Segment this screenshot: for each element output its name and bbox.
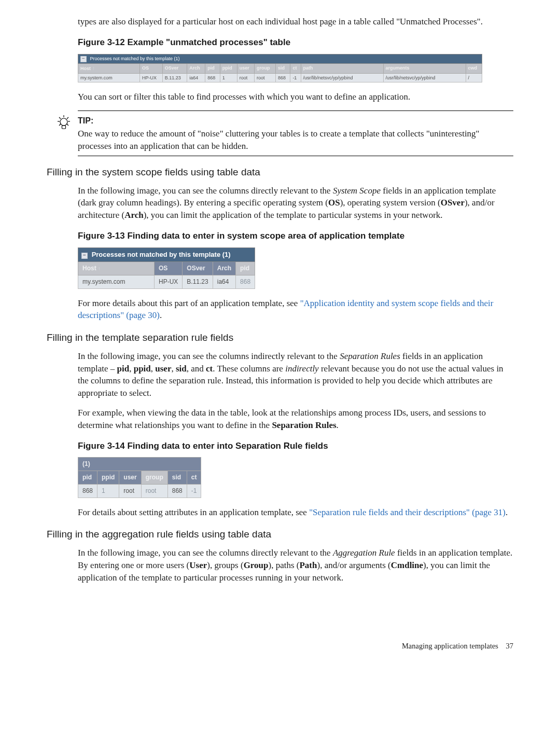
- table-header-row: pid ppid user group sid ct: [78, 471, 201, 485]
- col-ct[interactable]: ct: [290, 63, 301, 73]
- tip-label: TIP:: [78, 115, 513, 127]
- scope-link-paragraph: For more details about this part of an a…: [78, 297, 513, 322]
- svg-line-6: [67, 117, 68, 119]
- table-title-text: Processes not matched by this template (…: [92, 251, 231, 258]
- svg-line-8: [67, 124, 68, 126]
- col-host[interactable]: Host↑: [78, 261, 155, 275]
- svg-line-7: [59, 124, 61, 126]
- col-group[interactable]: group: [255, 63, 276, 73]
- heading-separation: Filling in the template separation rule …: [47, 331, 513, 345]
- table-super-header: (1): [78, 458, 201, 471]
- col-arguments[interactable]: arguments: [383, 63, 466, 73]
- page-footer: Managing application templates 37: [47, 641, 513, 651]
- aggregation-paragraph: In the following image, you can see the …: [78, 547, 513, 584]
- table-title-text: Processes not matched by this template (…: [90, 56, 180, 61]
- col-path[interactable]: path: [301, 63, 383, 73]
- col-user[interactable]: user: [237, 63, 254, 73]
- figure-3-14-title: Figure 3-14 Finding data to enter into S…: [78, 440, 513, 452]
- svg-line-5: [59, 117, 61, 119]
- figure-3-12-table: − Processes not matched by this template…: [78, 54, 482, 83]
- separation-link[interactable]: "Separation rule fields and their descri…: [309, 507, 506, 517]
- system-scope-paragraph: In the following image, you can see the …: [78, 185, 513, 222]
- table-header-row: Host↑ OS OSver Arch pid: [78, 261, 255, 275]
- table-row: my.system.com HP-UX B.11.23 ia64 868: [78, 275, 255, 288]
- lightbulb-icon: [55, 114, 73, 132]
- svg-rect-1: [62, 126, 66, 129]
- separation-paragraph-2: For example, when viewing the data in th…: [78, 407, 513, 432]
- col-arch[interactable]: Arch: [187, 63, 205, 73]
- col-ppid[interactable]: ppid: [220, 63, 237, 73]
- figure-3-14-table: (1) pid ppid user group sid ct 868 1 roo…: [78, 457, 201, 498]
- tip-body: One way to reduce the amount of "noise" …: [78, 128, 513, 153]
- col-os[interactable]: OS: [155, 261, 183, 275]
- col-osver[interactable]: OSver: [162, 63, 187, 73]
- table-row: 868 1 root root 868 -1: [78, 484, 201, 498]
- page-number: 37: [506, 642, 514, 650]
- tip-block: TIP: One way to reduce the amount of "no…: [78, 110, 513, 156]
- col-cwd[interactable]: cwd: [466, 63, 482, 73]
- intro-paragraph: types are also displayed for a particula…: [78, 16, 513, 28]
- col-group[interactable]: group: [141, 471, 167, 485]
- table-row: my.system.com HP-UX B.11.23 ia64 868 1 r…: [78, 73, 482, 82]
- svg-point-0: [60, 118, 67, 126]
- col-sid[interactable]: sid: [167, 471, 187, 485]
- heading-aggregation: Filling in the aggregation rule fields u…: [47, 528, 513, 542]
- col-osver[interactable]: OSver: [183, 261, 213, 275]
- col-user[interactable]: user: [119, 471, 141, 485]
- figure-3-12-title: Figure 3-12 Example "unmatched processes…: [78, 36, 513, 49]
- col-ppid[interactable]: ppid: [97, 471, 119, 485]
- sort-icon: ↑: [92, 65, 95, 72]
- heading-system-scope: Filling in the system scope fields using…: [47, 165, 513, 179]
- col-os[interactable]: OS: [140, 63, 163, 73]
- separation-link-paragraph: For details about setting attributes in …: [78, 506, 513, 519]
- footer-text: Managing application templates: [402, 642, 498, 650]
- col-host[interactable]: Host↑: [78, 63, 140, 73]
- sort-icon: ↑: [98, 265, 101, 272]
- figure-3-13-title: Figure 3-13 Finding data to enter in sys…: [78, 230, 513, 242]
- figure-3-13-table: − Processes not matched by this template…: [78, 247, 255, 289]
- col-pid[interactable]: pid: [236, 261, 255, 275]
- col-ct[interactable]: ct: [187, 471, 201, 485]
- table-header-row: Host↑ OS OSver Arch pid ppid user group …: [78, 63, 482, 73]
- col-pid[interactable]: pid: [78, 471, 97, 485]
- table-title: − Processes not matched by this template…: [78, 247, 255, 261]
- table-title: − Processes not matched by this template…: [78, 54, 482, 63]
- separation-paragraph-1: In the following image, you can see the …: [78, 350, 513, 399]
- collapse-icon[interactable]: −: [81, 253, 88, 259]
- col-arch[interactable]: Arch: [213, 261, 235, 275]
- collapse-icon[interactable]: −: [80, 56, 87, 62]
- sort-filter-paragraph: You can sort or filter this table to fin…: [78, 91, 513, 103]
- col-sid[interactable]: sid: [275, 63, 290, 73]
- col-pid[interactable]: pid: [205, 63, 220, 73]
